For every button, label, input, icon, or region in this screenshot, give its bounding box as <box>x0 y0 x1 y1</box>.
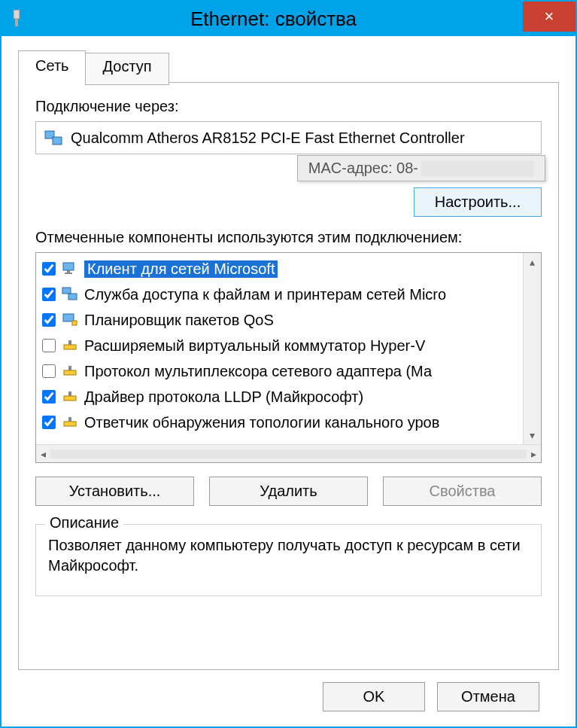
horizontal-scrollbar[interactable]: ◂ ▸ <box>36 444 541 462</box>
component-label: Протокол мультиплексора сетевого адаптер… <box>84 363 432 380</box>
button-label: Настроить... <box>435 193 521 210</box>
list-item[interactable]: Служба доступа к файлам и принтерам сете… <box>36 282 523 307</box>
list-item[interactable]: Протокол мультиплексора сетевого адаптер… <box>36 358 523 384</box>
list-item[interactable]: Драйвер протокола LLDP (Майкрософт) <box>36 384 523 410</box>
components-label: Отмеченные компоненты используются этим … <box>35 229 542 246</box>
button-label: OK <box>363 688 385 705</box>
connection-label: Подключение через: <box>35 98 542 115</box>
component-buttons: Установить... Удалить Свойства <box>35 477 542 506</box>
button-label: Отмена <box>461 688 515 705</box>
tab-label: Сеть <box>35 57 68 74</box>
redacted-mac <box>421 160 534 177</box>
svg-rect-16 <box>68 391 71 396</box>
svg-rect-1 <box>15 19 18 26</box>
scroll-right-icon[interactable]: ▸ <box>531 448 536 460</box>
svg-rect-12 <box>68 340 71 345</box>
component-checkbox[interactable] <box>42 390 56 404</box>
monitor-net-icon <box>62 260 78 277</box>
titlebar[interactable]: Ethernet: свойства × <box>2 2 575 36</box>
protocol-icon <box>62 337 78 354</box>
scroll-left-icon[interactable]: ◂ <box>41 448 46 460</box>
vertical-scrollbar[interactable]: ▴ ▾ <box>523 253 541 444</box>
tab-label: Доступ <box>102 58 151 75</box>
configure-button[interactable]: Настроить... <box>414 187 542 217</box>
button-label: Свойства <box>430 483 496 499</box>
svg-rect-17 <box>64 422 76 426</box>
adapter-field[interactable]: Qualcomm Atheros AR8152 PCI-E Fast Ether… <box>35 121 542 154</box>
close-icon: × <box>545 7 554 26</box>
close-button[interactable]: × <box>523 2 575 32</box>
adapter-name: Qualcomm Atheros AR8152 PCI-E Fast Ether… <box>71 129 465 147</box>
svg-rect-5 <box>67 270 70 273</box>
protocol-icon <box>62 414 78 431</box>
monitor-share-icon <box>62 286 78 303</box>
ok-button[interactable]: OK <box>323 682 425 711</box>
svg-rect-11 <box>64 345 76 349</box>
svg-rect-13 <box>64 370 76 375</box>
component-label: Драйвер протокола LLDP (Майкрософт) <box>84 388 363 406</box>
install-button[interactable]: Установить... <box>35 477 194 506</box>
components-listbox: Клиент для сетей MicrosoftСлужба доступа… <box>35 252 542 463</box>
scroll-down-icon[interactable]: ▾ <box>530 429 535 441</box>
properties-window: Ethernet: свойства × Сеть Доступ Подключ… <box>0 0 577 728</box>
monitor-plug-icon <box>62 312 78 328</box>
tab-panel-network: Подключение через: Qualcomm Atheros AR81… <box>18 82 559 670</box>
tab-network[interactable]: Сеть <box>18 50 86 83</box>
component-label: Планировщик пакетов QoS <box>84 312 274 329</box>
component-checkbox[interactable] <box>42 339 56 352</box>
svg-rect-7 <box>62 288 71 294</box>
list-item[interactable]: Клиент для сетей Microsoft <box>36 256 523 282</box>
component-checkbox[interactable] <box>42 262 56 276</box>
adapter-icon <box>44 128 63 148</box>
svg-rect-14 <box>68 366 71 370</box>
component-label: Клиент для сетей Microsoft <box>84 260 278 278</box>
dialog-footer: OK Отмена <box>18 670 559 726</box>
svg-rect-3 <box>53 137 62 145</box>
properties-button[interactable]: Свойства <box>383 477 542 506</box>
scroll-track[interactable] <box>50 449 527 458</box>
component-checkbox[interactable] <box>42 416 56 429</box>
tab-access[interactable]: Доступ <box>85 53 169 85</box>
svg-rect-15 <box>64 396 76 401</box>
svg-rect-4 <box>63 263 74 270</box>
component-label: Ответчик обнаружения топологии канальног… <box>84 414 439 431</box>
component-checkbox[interactable] <box>42 364 56 378</box>
svg-rect-8 <box>68 294 77 300</box>
window-title: Ethernet: свойства <box>24 8 523 31</box>
component-checkbox[interactable] <box>42 313 56 327</box>
svg-rect-6 <box>65 273 72 274</box>
description-text: Позволяет данному компьютеру получать до… <box>48 535 529 576</box>
list-item[interactable]: Расширяемый виртуальный коммутатор Hyper… <box>36 333 523 358</box>
network-adapter-icon <box>9 10 24 28</box>
cancel-button[interactable]: Отмена <box>437 682 539 711</box>
list-item[interactable]: Планировщик пакетов QoS <box>36 307 523 333</box>
component-label: Расширяемый виртуальный коммутатор Hyper… <box>84 337 425 355</box>
protocol-icon <box>62 388 78 405</box>
svg-rect-18 <box>68 417 71 422</box>
client-area: Сеть Доступ Подключение через: Qualcomm … <box>2 36 575 726</box>
remove-button[interactable]: Удалить <box>209 477 368 506</box>
list-items-container: Клиент для сетей MicrosoftСлужба доступа… <box>36 253 523 444</box>
tooltip-text: MAC-адрес: 08- <box>308 160 418 177</box>
button-label: Установить... <box>69 483 161 499</box>
component-checkbox[interactable] <box>42 288 56 301</box>
tab-strip: Сеть Доступ <box>18 50 559 82</box>
component-label: Служба доступа к файлам и принтерам сете… <box>84 286 446 303</box>
description-legend: Описание <box>45 514 123 532</box>
scroll-up-icon[interactable]: ▴ <box>530 256 535 268</box>
list-item[interactable]: Ответчик обнаружения топологии канальног… <box>36 410 523 435</box>
description-group: Описание Позволяет данному компьютеру по… <box>35 524 542 596</box>
mac-tooltip: MAC-адрес: 08- <box>297 155 545 181</box>
svg-rect-0 <box>14 10 20 19</box>
svg-rect-10 <box>72 321 77 325</box>
protocol-icon <box>62 363 78 379</box>
button-label: Удалить <box>260 483 317 499</box>
